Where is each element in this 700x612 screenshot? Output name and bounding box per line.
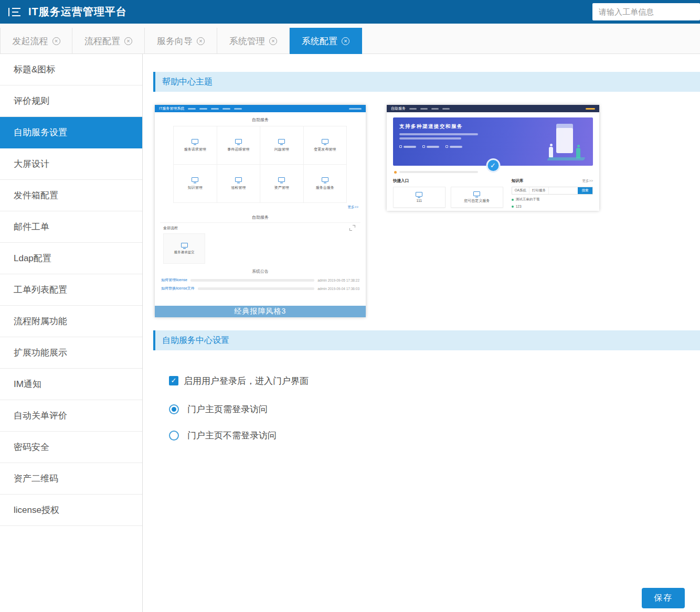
portal-login-required-row[interactable]: 门户主页需登录访问	[169, 403, 268, 415]
skeleton-nav-item	[442, 108, 450, 110]
tag-icon	[399, 145, 402, 148]
preview-tile: 事件运维管理	[217, 126, 261, 165]
preview-announcement-row: 如何替换license文件 admin 2019-09-04 17:36:03	[161, 286, 359, 291]
monitor-icon	[278, 139, 285, 144]
ticket-search-input[interactable]	[592, 3, 700, 20]
sidebar-item-ldap-config[interactable]: Ldap配置	[0, 243, 142, 274]
skeleton-text-line	[399, 133, 478, 135]
login-not-required-radio[interactable]	[169, 431, 179, 441]
tab-initiate-process[interactable]: 发起流程 ×	[0, 28, 72, 54]
tab-close-icon[interactable]: ×	[124, 37, 132, 45]
preview-flow-tile: 服务请求提交	[163, 233, 205, 264]
section-title: 帮助中心主题	[162, 77, 213, 88]
tab-service-guide[interactable]: 服务向导 ×	[145, 28, 217, 54]
settings-content: 帮助中心主题 IT服务管理系统 自助服务	[143, 54, 700, 612]
sidebar-toggle-icon[interactable]	[8, 8, 21, 16]
banner-illustration	[544, 123, 585, 160]
skeleton-nav-item	[222, 108, 230, 110]
monitor-icon	[181, 243, 188, 248]
feature-tag	[422, 145, 439, 148]
app-root: IT服务运营管理平台 发起流程 × 流程配置 × 服务向导 × 系统管理 × 系…	[0, 0, 700, 612]
monitor-icon	[322, 139, 328, 144]
monitor-icon	[192, 139, 198, 144]
person-illustration	[549, 147, 553, 157]
phone-illustration	[556, 124, 573, 153]
quick-entry-cards: 111 您可自定义服务	[393, 187, 503, 208]
tab-close-icon[interactable]: ×	[52, 37, 60, 45]
preview-columns: 快捷入口 111 您可自定义服务	[393, 178, 593, 208]
skeleton-nav-item	[431, 108, 439, 110]
sidebar-item-email-ticket[interactable]: 邮件工单	[0, 211, 142, 243]
preview-header: IT服务管理系统	[155, 105, 366, 112]
preview-header: 自助服务	[387, 105, 599, 112]
skeleton-nav-item	[234, 108, 242, 110]
skeleton-text-line	[399, 171, 478, 173]
more-link: 更多>>	[582, 179, 593, 184]
bullet-icon	[512, 206, 514, 208]
skeleton-text-line	[404, 146, 416, 148]
sidebar-item-asset-qrcode[interactable]: 资产二维码	[0, 463, 142, 495]
sidebar-item-outbox-config[interactable]: 发件箱配置	[0, 180, 142, 211]
enable-portal-login-row[interactable]: ✓ 启用用户登录后，进入门户界面	[169, 375, 309, 386]
tab-process-config[interactable]: 流程配置 ×	[72, 28, 145, 54]
quick-entry-card: 您可自定义服务	[451, 187, 503, 208]
tab-label: 服务向导	[157, 35, 193, 47]
settings-sidebar: 标题&图标 评价规则 自助服务设置 大屏设计 发件箱配置 邮件工单 Ldap配置…	[0, 54, 143, 612]
skeleton-nav-item	[199, 108, 207, 110]
sidebar-item-password-security[interactable]: 密码安全	[0, 432, 142, 463]
sidebar-item-self-service[interactable]: 自助服务设置	[0, 117, 142, 148]
checkbox-label: 启用用户登录后，进入门户界面	[184, 375, 309, 387]
search-button: 搜索	[578, 187, 592, 194]
tab-system-config[interactable]: 系统配置 ×	[290, 28, 362, 54]
preview-tile: 巡检管理	[217, 164, 261, 203]
sidebar-item-title-icon[interactable]: 标题&图标	[0, 54, 142, 85]
tab-label: 发起流程	[13, 35, 48, 47]
skeleton-text-line	[427, 146, 439, 148]
tab-close-icon[interactable]: ×	[269, 37, 277, 45]
tag-icon	[446, 145, 448, 148]
preview-service-grid: 服务请求管理 事件运维管理 问题管理 变更发布管理 知识管理 巡检管理 资产管理…	[174, 126, 347, 203]
sidebar-item-license[interactable]: license授权	[0, 495, 142, 526]
skeleton-nav-item	[420, 108, 428, 110]
tag-icon	[422, 145, 425, 148]
login-required-radio[interactable]	[169, 404, 179, 414]
preview-tile: 变更发布管理	[303, 126, 347, 165]
skeleton-nav-item	[211, 108, 219, 110]
theme-card-modern[interactable]: 自助服务 支持多种渠道提交和服务	[387, 105, 599, 211]
sidebar-item-rating-rules[interactable]: 评价规则	[0, 85, 142, 117]
sidebar-item-extended-features[interactable]: 扩展功能展示	[0, 337, 142, 369]
sidebar-item-process-extra[interactable]: 流程附属功能	[0, 306, 142, 337]
theme-card-classic[interactable]: IT服务管理系统 自助服务 服务请求管理 事件运维管理 问题管理 变更发布管理	[155, 105, 366, 317]
expand-icon	[349, 225, 355, 231]
check-badge-icon: ✓	[486, 158, 500, 173]
knowledge-base-section: 知识库 更多>> OA系统 打印服务 搜索 测试工单的子项 123	[512, 178, 593, 208]
person-illustration	[576, 148, 580, 158]
section-header-self-service-settings: 自助服务中心设置	[153, 330, 700, 350]
selected-theme-caption: 经典报障风格3	[155, 306, 366, 317]
sidebar-item-im-notify[interactable]: IM通知	[0, 369, 142, 400]
preview-section-title: 自助服务	[155, 117, 366, 123]
app-title: IT服务运营管理平台	[28, 5, 127, 19]
preview-section-title: 自助服务	[155, 214, 366, 220]
monitor-icon	[235, 177, 242, 182]
save-button[interactable]: 保存	[642, 588, 685, 608]
monitor-icon	[473, 191, 480, 196]
monitor-icon	[192, 177, 198, 182]
tab-close-icon[interactable]: ×	[342, 37, 349, 45]
tab-label: 系统配置	[302, 35, 337, 47]
knowledge-base-item: 测试工单的子项	[512, 197, 593, 202]
portal-login-not-required-row[interactable]: 门户主页不需登录访问	[169, 430, 277, 441]
skeleton-text-line	[450, 146, 462, 148]
sidebar-item-ticket-list[interactable]: 工单列表配置	[0, 274, 142, 306]
portal-login-checkbox[interactable]: ✓	[169, 376, 178, 385]
tab-close-icon[interactable]: ×	[197, 37, 205, 45]
tab-label: 流程配置	[84, 35, 120, 47]
tab-system-admin[interactable]: 系统管理 ×	[217, 28, 290, 54]
bullet-icon	[512, 199, 514, 201]
preview-tile: 服务请求管理	[173, 126, 217, 165]
sidebar-item-screen-design[interactable]: 大屏设计	[0, 148, 142, 180]
monitor-icon	[322, 177, 328, 182]
sidebar-item-auto-close-rating[interactable]: 自动关单评价	[0, 400, 142, 432]
notice-dot-icon	[394, 171, 397, 174]
skeleton-user-menu	[349, 108, 362, 110]
